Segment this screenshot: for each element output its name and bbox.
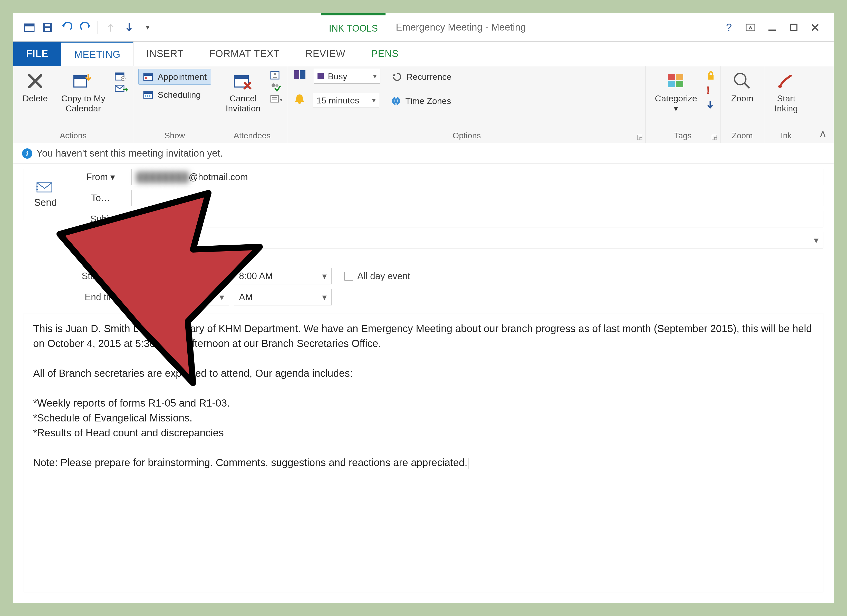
help-icon[interactable]: ? <box>723 22 735 33</box>
group-options: Busy ▾ Recurrence 15 minutes ▾ Time Zone… <box>288 66 645 143</box>
subject-field[interactable] <box>131 211 823 227</box>
ribbon: Delete Copy to My Calendar Actions A <box>13 66 834 143</box>
svg-rect-16 <box>144 74 152 76</box>
options-launcher-icon[interactable]: ◲ <box>636 133 643 141</box>
tab-review[interactable]: REVIEW <box>292 41 358 66</box>
group-actions-label: Actions <box>18 129 128 142</box>
svg-point-34 <box>298 101 301 104</box>
scheduling-icon <box>143 89 154 100</box>
group-tags-label: Tags <box>651 129 715 142</box>
tab-format-text[interactable]: FORMAT TEXT <box>196 41 292 66</box>
tags-launcher-icon[interactable]: ◲ <box>711 133 718 141</box>
maximize-icon[interactable] <box>788 22 799 33</box>
title-bar: ▼ INK TOOLS Emergency Meeting - Meeting … <box>13 13 834 41</box>
message-body[interactable]: This is Juan D. Smith Local Secretary of… <box>24 313 823 592</box>
forward-icon[interactable] <box>115 83 128 93</box>
svg-point-42 <box>778 85 782 88</box>
start-time-label: Start time <box>75 271 126 282</box>
undo-icon[interactable] <box>60 22 72 33</box>
close-icon[interactable] <box>810 22 821 33</box>
svg-rect-32 <box>300 70 305 79</box>
group-tags: Categorize▾ ! Tags ◲ <box>646 66 720 143</box>
svg-rect-40 <box>708 75 714 80</box>
svg-rect-38 <box>668 81 675 87</box>
svg-point-13 <box>122 78 124 79</box>
appointment-label: Appointment <box>158 72 207 82</box>
ribbon-options-icon[interactable] <box>745 22 756 33</box>
scheduling-button[interactable]: Scheduling <box>138 87 211 103</box>
group-attendees-label: Attendees <box>221 129 283 142</box>
cancel-invitation-button[interactable]: Cancel Invitation <box>221 69 265 115</box>
to-field[interactable] <box>131 190 823 206</box>
response-options-icon[interactable]: ▾ <box>270 94 283 104</box>
end-date-field[interactable]: ▾ <box>131 289 229 306</box>
appointment-icon <box>143 71 154 83</box>
tab-insert[interactable]: INSERT <box>133 41 196 66</box>
copy-label: Copy to My Calendar <box>61 93 105 114</box>
redo-icon[interactable] <box>79 22 90 33</box>
all-day-checkbox[interactable]: All day event <box>344 271 410 282</box>
svg-rect-37 <box>676 74 683 80</box>
svg-rect-6 <box>769 30 776 31</box>
low-importance-icon[interactable] <box>706 100 715 110</box>
svg-point-27 <box>272 83 275 87</box>
copy-to-calendar-button[interactable]: Copy to My Calendar <box>57 69 109 115</box>
location-field[interactable]: ▾ <box>131 232 823 248</box>
svg-rect-7 <box>790 24 797 31</box>
svg-point-28 <box>275 84 279 87</box>
tab-meeting[interactable]: MEETING <box>61 41 133 66</box>
categorize-label: Categorize▾ <box>655 93 697 114</box>
minimize-icon[interactable] <box>766 22 778 33</box>
to-button[interactable]: To… <box>75 190 126 206</box>
tab-pens[interactable]: PENS <box>358 41 412 66</box>
scheduling-label: Scheduling <box>158 90 201 100</box>
recurrence-button[interactable]: Recurrence <box>387 69 456 85</box>
categorize-button[interactable]: Categorize▾ <box>651 69 701 115</box>
calendar-icon[interactable] <box>24 22 35 33</box>
svg-rect-9 <box>74 76 86 79</box>
address-book-icon[interactable] <box>270 70 283 80</box>
group-options-label: Options <box>293 129 640 142</box>
next-item-icon[interactable] <box>124 22 135 33</box>
high-importance-icon[interactable]: ! <box>706 84 715 96</box>
collapse-ribbon-icon[interactable]: ʌ <box>820 127 826 139</box>
group-actions: Delete Copy to My Calendar Actions <box>13 66 133 143</box>
end-time-field[interactable]: AM▾ <box>234 289 332 306</box>
tab-file[interactable]: FILE <box>13 41 61 66</box>
qat-customize-icon[interactable]: ▼ <box>142 22 153 33</box>
start-date-field[interactable]: ▾ <box>131 268 229 284</box>
svg-rect-11 <box>115 73 124 75</box>
send-envelope-icon <box>37 181 55 194</box>
meeting-form: Send From ▾ ████████@hotmail.com To… Sub… <box>13 164 834 308</box>
svg-rect-20 <box>145 95 146 97</box>
info-bar: i You haven't sent this meeting invitati… <box>13 143 834 164</box>
zoom-icon <box>732 71 753 92</box>
svg-text:▾: ▾ <box>280 97 282 103</box>
location-label: Location <box>75 235 126 246</box>
show-as-value: Busy <box>328 71 347 81</box>
save-icon[interactable] <box>42 22 53 33</box>
delete-button[interactable]: Delete <box>18 69 52 105</box>
info-icon: i <box>22 148 32 159</box>
check-names-icon[interactable] <box>270 82 283 92</box>
calendar-copy-icon <box>73 71 93 92</box>
cancel-invitation-icon <box>233 71 253 92</box>
zoom-button[interactable]: Zoom <box>726 69 759 105</box>
reminder-combo[interactable]: 15 minutes ▾ <box>313 93 379 108</box>
appointment-button[interactable]: Appointment <box>138 69 211 85</box>
show-as-icon <box>293 69 307 81</box>
start-inking-button[interactable]: Start Inking <box>769 69 803 115</box>
contextual-tab-title: INK TOOLS <box>321 13 385 41</box>
tz-label: Time Zones <box>405 96 451 106</box>
start-time-field[interactable]: 8:00 AM▾ <box>234 268 332 284</box>
window: ▼ INK TOOLS Emergency Meeting - Meeting … <box>13 13 834 603</box>
time-zones-button[interactable]: Time Zones <box>386 93 455 109</box>
calendar-small-icon[interactable] <box>115 71 128 81</box>
window-title: Emergency Meeting - Meeting <box>385 22 526 33</box>
from-button[interactable]: From ▾ <box>75 169 126 185</box>
send-button[interactable]: Send <box>24 169 67 220</box>
categorize-icon <box>666 71 686 92</box>
show-as-combo[interactable]: Busy ▾ <box>314 69 381 84</box>
from-field[interactable]: ████████@hotmail.com <box>131 169 823 185</box>
private-icon[interactable] <box>706 70 715 81</box>
